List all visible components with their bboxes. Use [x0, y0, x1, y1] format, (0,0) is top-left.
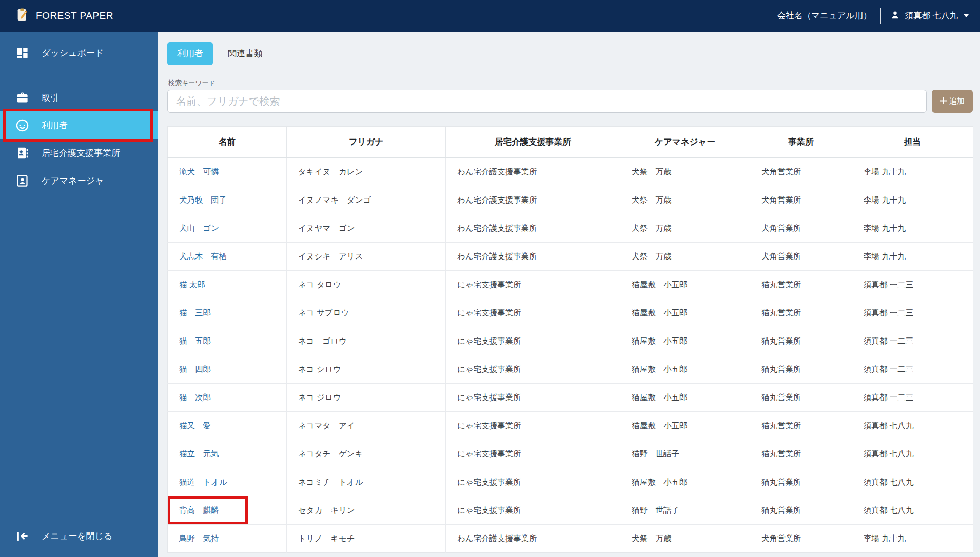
office-cell: にゃ宅支援事業所 [446, 271, 620, 299]
branch-cell: 犬角営業所 [750, 186, 852, 214]
sidebar-item-dashboard[interactable]: ダッシュボード [0, 39, 158, 67]
staff-cell: 須真都 一二三 [852, 271, 973, 299]
care-manager-cell: 犬祭 万歳 [620, 158, 750, 186]
user-name-link[interactable]: 猫立 元気 [179, 449, 219, 458]
office-cell: にゃ宅支援事業所 [446, 299, 620, 327]
office-cell: わん宅介護支援事業所 [446, 214, 620, 243]
column-header: ケアマネジャー [620, 127, 750, 158]
furigana-cell: イヌノマキ ダンゴ [287, 186, 446, 214]
branch-cell: 犬角営業所 [750, 158, 852, 186]
care-manager-cell: 犬祭 万歳 [620, 525, 750, 553]
office-cell: にゃ宅支援事業所 [446, 468, 620, 496]
furigana-cell: タキイヌ カレン [287, 158, 446, 186]
office-cell: わん宅介護支援事業所 [446, 186, 620, 214]
user-name-cell: 猫 三郎 [168, 299, 287, 327]
column-header: 居宅介護支援事業所 [446, 127, 620, 158]
dashboard-icon [15, 46, 29, 60]
sidebar-item-care-support-office[interactable]: 居宅介護支援事業所 [0, 139, 158, 167]
branch-cell: 犬角営業所 [750, 525, 852, 553]
tab-related-documents[interactable]: 関連書類 [218, 42, 272, 65]
furigana-cell: ネコミチ トオル [287, 468, 446, 496]
care-manager-cell: 犬祭 万歳 [620, 214, 750, 243]
office-cell: にゃ宅支援事業所 [446, 355, 620, 384]
user-name-link[interactable]: 犬乃牧 団子 [179, 195, 227, 204]
table-row: 犬志木 有栖 イヌシキ アリス わん宅介護支援事業所 犬祭 万歳 犬角営業所 李… [168, 243, 973, 271]
furigana-cell: ネコマタ アイ [287, 412, 446, 440]
sidebar-item-label: 取引 [42, 92, 59, 104]
sidebar-divider [8, 203, 150, 203]
furigana-cell: ネコ ゴロウ [287, 327, 446, 355]
furigana-cell: ネコ シロウ [287, 355, 446, 384]
plus-icon [940, 97, 947, 106]
user-name-cell: 猫 四郎 [168, 355, 287, 384]
office-cell: にゃ宅支援事業所 [446, 496, 620, 525]
table-row: 鳥野 気持 トリノ キモチ わん宅介護支援事業所 犬祭 万歳 犬角営業所 李場 … [168, 525, 973, 553]
user-name-link[interactable]: 背高 麒麟 [179, 506, 219, 514]
furigana-cell: トリノ キモチ [287, 525, 446, 553]
user-name-link[interactable]: 犬山 ゴン [179, 224, 219, 232]
add-button[interactable]: 追加 [932, 90, 973, 113]
app-title: FOREST PAPER [36, 10, 113, 22]
user-name-cell: 猫立 元気 [168, 440, 287, 468]
table-row: 猫 三郎 ネコ サブロウ にゃ宅支援事業所 猫屋敷 小五郎 猫丸営業所 須真都 … [168, 299, 973, 327]
user-icon [890, 10, 900, 22]
staff-cell: 須真都 一二三 [852, 355, 973, 384]
table-row: 犬乃牧 団子 イヌノマキ ダンゴ わん宅介護支援事業所 犬祭 万歳 犬角営業所 … [168, 186, 973, 214]
staff-cell: 須真都 一二三 [852, 299, 973, 327]
company-name[interactable]: 会社名（マニュアル用） [777, 10, 871, 22]
sidebar-item-care-manager[interactable]: ケアマネージャ [0, 167, 158, 194]
user-name-link[interactable]: 猫 四郎 [179, 365, 211, 373]
sidebar-spacer [0, 211, 158, 522]
tab-bar: 利用者 関連書類 [167, 42, 973, 65]
care-manager-cell: 猫屋敷 小五郎 [620, 384, 750, 412]
user-name-link[interactable]: 猫 三郎 [179, 308, 211, 317]
sidebar-item-transactions[interactable]: 取引 [0, 84, 158, 111]
search-keyword-label: 検索キーワード [168, 78, 973, 88]
tab-users[interactable]: 利用者 [167, 42, 213, 65]
briefcase-icon [15, 91, 29, 105]
user-name-link[interactable]: 猫又 愛 [179, 421, 211, 430]
staff-cell: 須真都 七八九 [852, 412, 973, 440]
user-name-link[interactable]: 犬志木 有栖 [179, 252, 227, 261]
user-name-link[interactable]: 猫 五郎 [179, 336, 211, 345]
branch-cell: 猫丸営業所 [750, 440, 852, 468]
user-name-link[interactable]: 猫道 トオル [179, 478, 227, 486]
column-header: 事業所 [750, 127, 852, 158]
table-row: 猫立 元気 ネコタチ ゲンキ にゃ宅支援事業所 猫野 世話子 猫丸営業所 須真都… [168, 440, 973, 468]
user-name-link[interactable]: 鳥野 気持 [179, 534, 219, 543]
sidebar: ダッシュボード 取引 利用者 [0, 32, 158, 557]
user-menu[interactable]: 須真都 七八九 [890, 10, 969, 22]
furigana-cell: ネコタチ ゲンキ [287, 440, 446, 468]
sidebar-divider [8, 75, 150, 75]
branch-cell: 猫丸営業所 [750, 299, 852, 327]
user-name-cell: 猫又 愛 [168, 412, 287, 440]
care-manager-cell: 猫屋敷 小五郎 [620, 271, 750, 299]
sidebar-item-label: ケアマネージャ [42, 175, 104, 187]
user-name: 須真都 七八九 [905, 10, 958, 22]
user-name-link[interactable]: 滝犬 可憐 [179, 167, 219, 176]
care-manager-cell: 犬祭 万歳 [620, 186, 750, 214]
search-input[interactable] [167, 90, 927, 113]
close-menu-button[interactable]: メニューを閉じる [0, 522, 158, 550]
close-menu-label: メニューを閉じる [42, 530, 112, 542]
furigana-cell: セタカ キリン [287, 496, 446, 525]
user-name-cell: 背高 麒麟 [168, 496, 287, 525]
branch-cell: 猫丸営業所 [750, 468, 852, 496]
collapse-menu-icon [15, 529, 29, 543]
user-name-link[interactable]: 猫 次郎 [179, 393, 211, 402]
user-name-cell: 猫 五郎 [168, 327, 287, 355]
branch-cell: 猫丸営業所 [750, 384, 852, 412]
user-name-link[interactable]: 猫 太郎 [179, 280, 205, 289]
table-row: 猫又 愛 ネコマタ アイ にゃ宅支援事業所 猫屋敷 小五郎 猫丸営業所 須真都 … [168, 412, 973, 440]
user-table-body: 滝犬 可憐 タキイヌ カレン わん宅介護支援事業所 犬祭 万歳 犬角営業所 李場… [168, 158, 973, 553]
user-name-cell: 猫 太郎 [168, 271, 287, 299]
sidebar-item-label: ダッシュボード [42, 47, 104, 59]
column-header: 名前 [168, 127, 287, 158]
staff-cell: 李場 九十九 [852, 186, 973, 214]
office-cell: にゃ宅支援事業所 [446, 412, 620, 440]
user-name-cell: 滝犬 可憐 [168, 158, 287, 186]
sidebar-item-users[interactable]: 利用者 [0, 111, 158, 139]
forest-paper-logo-icon [15, 8, 30, 24]
staff-cell: 須真都 七八九 [852, 440, 973, 468]
table-row: 猫 次郎 ネコ ジロウ にゃ宅支援事業所 猫屋敷 小五郎 猫丸営業所 須真都 一… [168, 384, 973, 412]
